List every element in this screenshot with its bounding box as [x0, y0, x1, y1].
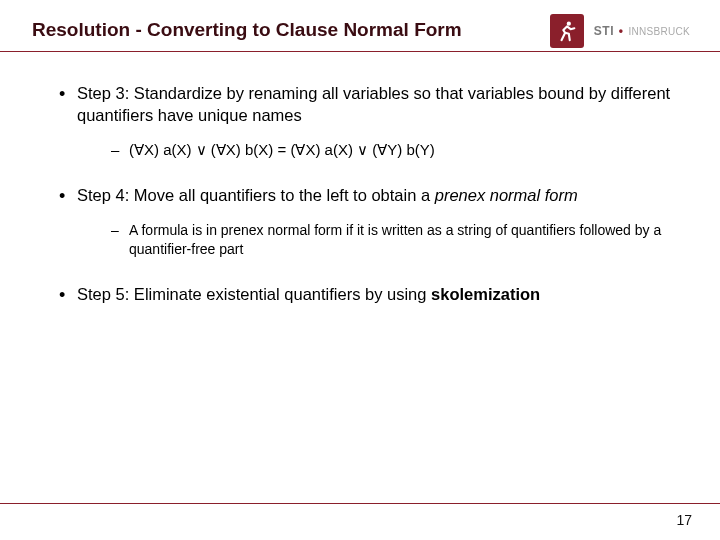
- bullet-list: Step 3: Standardize by renaming all vari…: [55, 82, 675, 305]
- logo-text: STI • INNSBRUCK: [594, 24, 690, 38]
- step3-formula-item: (∀X) a(X) ∨ (∀X) b(X) = (∀X) a(X) ∨ (∀Y)…: [107, 140, 675, 160]
- step3-formula: (∀X) a(X) ∨ (∀X) b(X) = (∀X) a(X) ∨ (∀Y)…: [129, 141, 435, 158]
- step3-sub: (∀X) a(X) ∨ (∀X) b(X) = (∀X) a(X) ∨ (∀Y)…: [107, 140, 675, 160]
- bullet-step3: Step 3: Standardize by renaming all vari…: [55, 82, 675, 161]
- step4-text: Step 4: Move all quantifiers to the left…: [77, 186, 435, 204]
- page-number: 17: [676, 512, 692, 528]
- logo: STI • INNSBRUCK: [550, 14, 690, 48]
- step4-sub: A formula is in prenex normal form if it…: [107, 221, 675, 259]
- logo-org: STI: [594, 24, 614, 38]
- slide-title: Resolution - Converting to Clause Normal…: [32, 18, 472, 43]
- slide-header: Resolution - Converting to Clause Normal…: [0, 0, 720, 52]
- logo-sub: INNSBRUCK: [628, 26, 690, 37]
- step4-em: prenex normal form: [435, 186, 578, 204]
- runner-icon: [556, 20, 578, 42]
- step4-sub-text: A formula is in prenex normal form if it…: [107, 221, 675, 259]
- logo-mark: [550, 14, 584, 48]
- step3-text: Step 3: Standardize by renaming all vari…: [77, 84, 670, 124]
- bullet-step5: Step 5: Eliminate existential quantifier…: [55, 283, 675, 305]
- step5-em: skolemization: [431, 285, 540, 303]
- step5-text: Step 5: Eliminate existential quantifier…: [77, 285, 431, 303]
- logo-dot: •: [615, 24, 627, 38]
- footer-rule: [0, 503, 720, 505]
- slide-content: Step 3: Standardize by renaming all vari…: [0, 52, 720, 305]
- svg-point-0: [567, 22, 571, 26]
- bullet-step4: Step 4: Move all quantifiers to the left…: [55, 184, 675, 258]
